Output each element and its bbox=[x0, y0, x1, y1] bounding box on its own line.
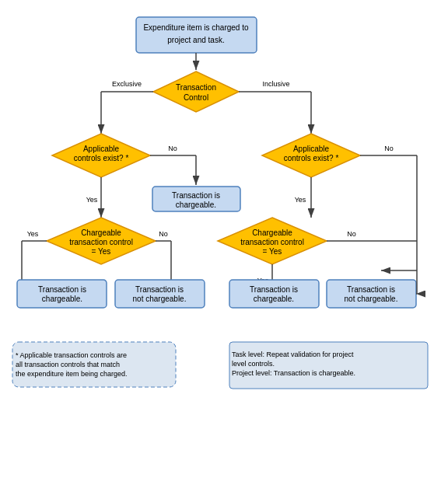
left-app-text2: controls exist? * bbox=[74, 154, 129, 162]
left-ctl-text2: transaction control bbox=[69, 238, 133, 246]
middle-chargeable-text1: Transaction is bbox=[172, 191, 220, 200]
bottom-chg-text2: chargeable. bbox=[254, 295, 294, 303]
tc-text2: Control bbox=[184, 93, 208, 102]
label-left-yes: Yes bbox=[86, 196, 98, 204]
right-ctl-text3: = Yes bbox=[263, 247, 282, 256]
diagram-container: Expenditure item is charged to project a… bbox=[0, 0, 448, 485]
bottom-nchg-text1: Transaction is bbox=[347, 285, 395, 294]
task-note-text1: Task level: Repeat validation for projec… bbox=[232, 351, 354, 358]
left-chg-text1: Transaction is bbox=[38, 285, 86, 294]
label-inclusive: Inclusive bbox=[262, 80, 289, 88]
left-app-text1: Applicable bbox=[83, 145, 120, 153]
task-note-text2: level controls. bbox=[232, 360, 275, 368]
bottom-chg-text1: Transaction is bbox=[250, 285, 298, 294]
middle-chargeable-text2: chargeable. bbox=[176, 201, 216, 209]
task-note-text3: Project level: Transaction is chargeable… bbox=[232, 369, 355, 377]
label-left-ctl-yes: Yes bbox=[27, 230, 39, 238]
asterisk-note-text1: * Applicable transaction controls are bbox=[16, 351, 127, 359]
start-text-line2: project and task. bbox=[167, 36, 224, 44]
label-right-yes: Yes bbox=[295, 196, 306, 204]
left-nchg-text2: not chargeable. bbox=[133, 295, 187, 303]
label-left-no: No bbox=[168, 145, 177, 152]
asterisk-note-text3: the expenditure item being charged. bbox=[16, 370, 128, 378]
label-right-ctl-no: No bbox=[347, 230, 356, 238]
left-nchg-text1: Transaction is bbox=[135, 285, 184, 294]
label-right-no-top: No bbox=[384, 145, 394, 152]
asterisk-note-text2: all transaction controls that match bbox=[16, 361, 120, 368]
transaction-control-diamond bbox=[153, 72, 239, 112]
start-text-line1: Expenditure item is charged to bbox=[143, 23, 249, 32]
right-ctl-text2: transaction control bbox=[240, 238, 304, 246]
right-app-text1: Applicable bbox=[293, 145, 330, 153]
right-app-text2: controls exist? * bbox=[284, 154, 339, 162]
flowchart-svg: Expenditure item is charged to project a… bbox=[0, 0, 448, 485]
left-ctl-text3: = Yes bbox=[92, 247, 111, 256]
label-exclusive: Exclusive bbox=[112, 80, 142, 88]
label-left-ctl-no: No bbox=[159, 230, 168, 238]
left-ctl-text1: Chargeable bbox=[81, 229, 121, 237]
right-ctl-text1: Chargeable bbox=[252, 229, 292, 237]
left-chg-text2: chargeable. bbox=[42, 295, 82, 303]
tc-text1: Transaction bbox=[176, 83, 216, 92]
bottom-nchg-text2: not chargeable. bbox=[345, 295, 398, 303]
